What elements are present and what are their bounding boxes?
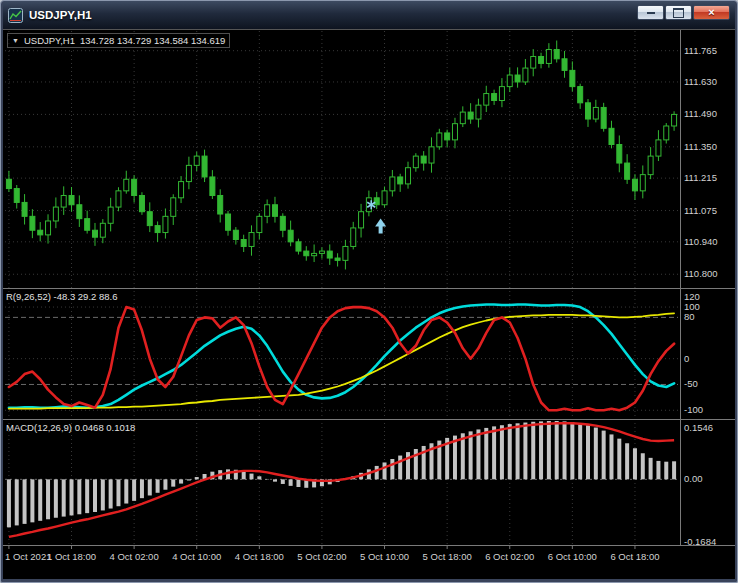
svg-text:-100: -100 [684,404,703,415]
svg-text:111.765: 111.765 [684,45,717,56]
window-controls: × [637,5,730,20]
svg-text:0.00: 0.00 [684,473,703,484]
maximize-icon [673,8,684,18]
time-axis-label: 5 Oct 02:00 [297,551,346,562]
window-title: USDJPY,H1 [29,9,92,21]
chart-background [3,30,735,579]
svg-text:111.350: 111.350 [684,141,717,152]
svg-text:110.800: 110.800 [684,268,718,279]
title-bar[interactable]: USDJPY,H1 × [3,1,735,29]
svg-text:0.1546: 0.1546 [684,422,713,433]
time-axis-label: 4 Oct 18:00 [235,551,284,562]
minimize-icon [647,12,655,14]
time-axis-label: 1 Oct 18:00 [47,551,96,562]
close-icon: × [708,7,714,18]
svg-text:111.490: 111.490 [684,108,717,119]
minimize-button[interactable] [637,5,664,20]
svg-text:110.940: 110.940 [684,236,718,247]
time-axis-label: 5 Oct 10:00 [360,551,409,562]
time-axis-label: 5 Oct 18:00 [423,551,472,562]
time-axis-label: 6 Oct 18:00 [610,551,659,562]
time-axis-label: 6 Oct 10:00 [548,551,597,562]
time-axis-label: 4 Oct 10:00 [172,551,221,562]
time-axis-label: 1 Oct 2021 [5,551,51,562]
svg-text:-50: -50 [684,378,698,389]
chart-canvas[interactable]: 111.765111.630111.490111.350111.215111.0… [3,30,735,579]
maximize-button[interactable] [665,5,692,20]
svg-text:111.215: 111.215 [684,172,717,183]
svg-text:111.630: 111.630 [684,76,717,87]
time-axis-label: 6 Oct 02:00 [485,551,534,562]
svg-text:0: 0 [684,353,689,364]
close-button[interactable]: × [693,5,730,20]
chart-window-icon[interactable] [8,8,23,23]
time-axis-label: 4 Oct 02:00 [110,551,159,562]
svg-text:80: 80 [684,311,695,322]
svg-text:111.075: 111.075 [684,205,717,216]
chart-area[interactable]: 111.765111.630111.490111.350111.215111.0… [3,29,735,579]
svg-text:-0.1684: -0.1684 [684,536,716,547]
chart-window: USDJPY,H1 × 111.765111.630111.490111.350… [0,0,738,583]
